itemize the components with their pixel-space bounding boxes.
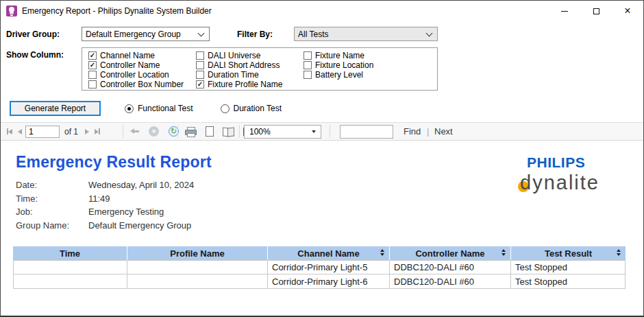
page-setup-button[interactable]: [221, 124, 236, 139]
checkbox-label: Controller Name: [100, 61, 160, 69]
previous-page-button[interactable]: [16, 124, 24, 139]
print-layout-button[interactable]: [203, 124, 216, 139]
stop-button[interactable]: ✕: [147, 124, 161, 139]
table-cell: Test Stopped: [511, 274, 626, 289]
checkbox-box[interactable]: [196, 61, 204, 69]
close-icon: ×: [624, 5, 630, 16]
checkbox-fixture-profile-name[interactable]: ✓Fixture Profile Name: [196, 80, 304, 89]
find-next-divider: |: [427, 126, 429, 137]
maximize-button[interactable]: [580, 1, 612, 21]
sort-icon[interactable]: [501, 249, 506, 256]
find-next-link[interactable]: Next: [434, 126, 453, 137]
table-cell: Corridor-Primary Light-5: [268, 260, 390, 274]
checkbox-fixture-name[interactable]: Fixture Name: [304, 51, 411, 60]
checkbox-label: Duration Time: [208, 71, 259, 79]
checkbox-box[interactable]: ✓: [88, 61, 97, 69]
checkbox-column: DALI UniverseDALI Short AddressDuration …: [196, 51, 304, 90]
checkbox-controller-location[interactable]: Controller Location: [88, 70, 196, 80]
column-header-label: Time: [60, 248, 80, 259]
zoom-dropdown[interactable]: 100%: [244, 125, 321, 139]
field-label: Job:: [16, 207, 88, 217]
next-page-button[interactable]: [83, 124, 91, 139]
sort-icon[interactable]: [617, 249, 621, 256]
checkbox-box[interactable]: [304, 71, 312, 79]
field-label: Time:: [16, 193, 88, 204]
back-button[interactable]: [128, 124, 141, 139]
caret-down-icon: [312, 130, 316, 133]
filter-by-label: Filter By:: [237, 30, 273, 39]
radio-dot: [127, 107, 131, 110]
checkbox-box[interactable]: [304, 61, 312, 69]
radio-functional-test[interactable]: Functional Test: [125, 104, 193, 113]
checkbox-fixture-location[interactable]: Fixture Location: [304, 60, 411, 70]
column-header-test-result[interactable]: Test Result: [511, 246, 626, 260]
checkbox-box[interactable]: ✓: [88, 51, 97, 60]
column-header-time[interactable]: Time: [13, 246, 127, 260]
last-page-button[interactable]: [92, 124, 102, 139]
checkbox-label: Fixture Name: [315, 51, 364, 60]
sort-up-icon: [501, 249, 506, 252]
checkbox-battery-level[interactable]: Battery Level: [304, 70, 411, 80]
first-page-icon: [8, 129, 12, 134]
radio-button-icon[interactable]: [125, 104, 134, 113]
first-page-button[interactable]: [5, 124, 14, 139]
generate-report-button[interactable]: Generate Report: [10, 101, 101, 116]
checkbox-box[interactable]: [304, 51, 312, 60]
driver-group-dropdown[interactable]: Default Emergency Group: [82, 27, 210, 41]
checkbox-controller-name[interactable]: ✓Controller Name: [88, 60, 196, 70]
find-link[interactable]: Find: [404, 126, 421, 137]
find-text-input[interactable]: [340, 125, 393, 139]
column-header-label: Controller Name: [415, 248, 484, 259]
checkbox-box[interactable]: [196, 51, 204, 60]
report-page: Emergency Result Report PHILIPS dynalite…: [1, 141, 643, 316]
sort-up-icon: [617, 249, 621, 252]
column-header-controller-name[interactable]: Controller Name: [390, 246, 511, 260]
stop-icon: ✕: [149, 126, 159, 137]
checkbox-channel-name[interactable]: ✓Channel Name: [88, 51, 196, 60]
minimize-icon: [561, 11, 568, 12]
sort-down-icon: [617, 253, 621, 256]
table-cell: DDBC120-DALI #60: [390, 260, 511, 274]
close-button[interactable]: ×: [612, 1, 643, 21]
window-title: Emergency Report - Philips Dynalite Syst…: [22, 6, 212, 16]
printer-icon: [185, 127, 197, 137]
report-field-date: Date:Wednesday, April 10, 2024: [16, 178, 194, 192]
sort-up-icon: [380, 249, 384, 252]
next-page-icon: [85, 129, 89, 134]
print-button[interactable]: [183, 124, 199, 139]
checkbox-box[interactable]: ✓: [196, 80, 204, 89]
radio-button-icon[interactable]: [221, 104, 230, 113]
checkbox-label: Fixture Profile Name: [208, 80, 282, 89]
sort-icon[interactable]: [380, 249, 384, 256]
report-title: Emergency Result Report: [16, 153, 212, 172]
column-header-channel-name[interactable]: Channel Name: [268, 246, 390, 260]
filter-by-dropdown[interactable]: All Tests: [294, 27, 438, 41]
checkbox-column: Fixture NameFixture LocationBattery Leve…: [304, 51, 411, 90]
philips-wordmark: PHILIPS: [527, 154, 624, 171]
minimize-button[interactable]: [549, 1, 580, 21]
table-cell: [127, 274, 268, 289]
table-cell: [13, 260, 127, 274]
checkbox-controller-box-number[interactable]: Controller Box Number: [88, 80, 196, 89]
table-row: Corridor-Primary Light-6DDBC120-DALI #60…: [13, 274, 626, 289]
current-page-input[interactable]: [25, 126, 60, 138]
radio-label: Functional Test: [138, 104, 193, 113]
table-cell: [127, 260, 268, 274]
column-header-profile-name[interactable]: Profile Name: [127, 246, 268, 260]
chevron-down-icon: [198, 30, 205, 37]
refresh-button[interactable]: ↻: [166, 124, 181, 139]
radio-group: Functional TestDuration Test: [125, 101, 282, 116]
checkbox-dali-short-address[interactable]: DALI Short Address: [196, 60, 304, 70]
checkbox-label: DALI Universe: [208, 51, 260, 60]
checkbox-dali-universe[interactable]: DALI Universe: [196, 51, 304, 60]
dynalite-wordmark: dynalite: [520, 172, 624, 194]
previous-page-icon: [18, 129, 22, 134]
checkbox-duration-time[interactable]: Duration Time: [196, 70, 304, 80]
zoom-selected-value: 100%: [249, 127, 271, 137]
checkbox-box[interactable]: [88, 71, 97, 79]
table-row: Corridor-Primary Light-5DDBC120-DALI #60…: [13, 260, 626, 274]
checkbox-box[interactable]: [196, 71, 204, 79]
column-header-label: Test Result: [545, 248, 592, 259]
checkbox-box[interactable]: [88, 80, 97, 89]
radio-duration-test[interactable]: Duration Test: [221, 104, 282, 113]
